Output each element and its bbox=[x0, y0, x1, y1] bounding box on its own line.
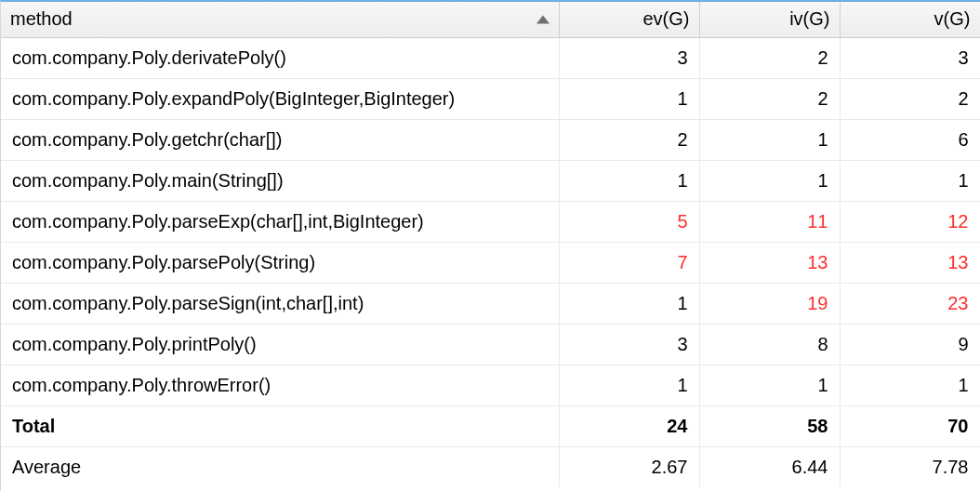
cell-method: com.company.Poly.derivatePoly() bbox=[1, 37, 559, 78]
summary-row: Total245870 bbox=[1, 405, 980, 446]
metrics-table: method ev(G) iv(G) v(G) com.company.Poly… bbox=[1, 2, 980, 487]
summary-row: Average2.676.447.78 bbox=[1, 446, 980, 487]
cell-method: com.company.Poly.expandPoly(BigInteger,B… bbox=[1, 78, 559, 119]
cell-iv: 1 bbox=[699, 365, 840, 405]
column-header-iv[interactable]: iv(G) bbox=[699, 2, 840, 37]
summary-ev: 24 bbox=[559, 405, 699, 446]
cell-ev: 1 bbox=[559, 283, 699, 324]
cell-iv: 11 bbox=[699, 201, 840, 242]
cell-ev: 7 bbox=[559, 242, 699, 283]
cell-iv: 1 bbox=[699, 119, 840, 160]
summary-v: 7.78 bbox=[840, 446, 980, 487]
cell-iv: 19 bbox=[699, 283, 840, 324]
cell-v: 23 bbox=[840, 283, 980, 324]
column-header-label: method bbox=[10, 8, 73, 29]
table-header-row: method ev(G) iv(G) v(G) bbox=[1, 2, 980, 37]
cell-iv: 2 bbox=[699, 78, 840, 119]
cell-v: 1 bbox=[840, 365, 980, 405]
cell-ev: 3 bbox=[559, 324, 699, 365]
cell-ev: 1 bbox=[559, 78, 699, 119]
column-header-method[interactable]: method bbox=[1, 2, 559, 37]
table-row[interactable]: com.company.Poly.parseSign(int,char[],in… bbox=[1, 283, 980, 324]
sort-asc-icon bbox=[536, 15, 550, 23]
cell-ev: 1 bbox=[559, 160, 699, 201]
cell-ev: 1 bbox=[559, 365, 699, 405]
cell-method: com.company.Poly.getchr(char[]) bbox=[1, 119, 559, 160]
table-row[interactable]: com.company.Poly.expandPoly(BigInteger,B… bbox=[1, 78, 980, 119]
table-row[interactable]: com.company.Poly.parsePoly(String)71313 bbox=[1, 242, 980, 283]
cell-v: 1 bbox=[840, 160, 980, 201]
summary-iv: 6.44 bbox=[699, 446, 840, 487]
cell-ev: 3 bbox=[559, 37, 699, 78]
table-row[interactable]: com.company.Poly.getchr(char[])216 bbox=[1, 119, 980, 160]
cell-method: com.company.Poly.parsePoly(String) bbox=[1, 242, 559, 283]
table-row[interactable]: com.company.Poly.throwError()111 bbox=[1, 365, 980, 405]
cell-v: 2 bbox=[840, 78, 980, 119]
cell-method: com.company.Poly.parseExp(char[],int,Big… bbox=[1, 201, 559, 242]
cell-iv: 13 bbox=[699, 242, 840, 283]
table-row[interactable]: com.company.Poly.parseExp(char[],int,Big… bbox=[1, 201, 980, 242]
summary-ev: 2.67 bbox=[559, 446, 699, 487]
summary-iv: 58 bbox=[699, 405, 840, 446]
column-header-v[interactable]: v(G) bbox=[840, 2, 980, 37]
cell-method: com.company.Poly.printPoly() bbox=[1, 324, 559, 365]
cell-v: 9 bbox=[840, 324, 980, 365]
table-row[interactable]: com.company.Poly.main(String[])111 bbox=[1, 160, 980, 201]
cell-ev: 2 bbox=[559, 119, 699, 160]
table-row[interactable]: com.company.Poly.printPoly()389 bbox=[1, 324, 980, 365]
cell-ev: 5 bbox=[559, 201, 699, 242]
summary-v: 70 bbox=[840, 405, 980, 446]
cell-v: 13 bbox=[840, 242, 980, 283]
cell-iv: 1 bbox=[699, 160, 840, 201]
summary-label: Average bbox=[1, 446, 559, 487]
table-row[interactable]: com.company.Poly.derivatePoly()323 bbox=[1, 37, 980, 78]
cell-v: 12 bbox=[840, 201, 980, 242]
cell-v: 6 bbox=[840, 119, 980, 160]
cell-method: com.company.Poly.parseSign(int,char[],in… bbox=[1, 283, 559, 324]
column-header-ev[interactable]: ev(G) bbox=[559, 2, 699, 37]
cell-method: com.company.Poly.main(String[]) bbox=[1, 160, 559, 201]
cell-iv: 8 bbox=[699, 324, 840, 365]
cell-v: 3 bbox=[840, 37, 980, 78]
cell-iv: 2 bbox=[699, 37, 840, 78]
summary-label: Total bbox=[1, 405, 559, 446]
cell-method: com.company.Poly.throwError() bbox=[1, 365, 559, 405]
